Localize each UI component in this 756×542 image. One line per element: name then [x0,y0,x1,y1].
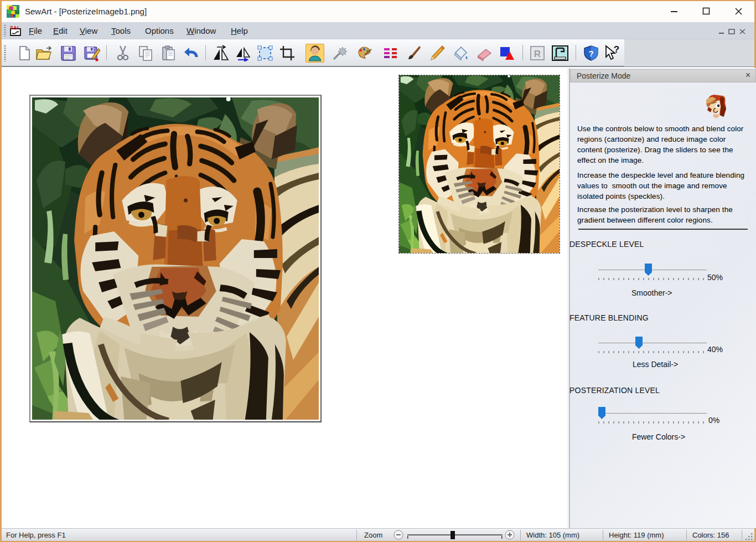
svg-text:?: ? [588,49,593,58]
svg-text:R: R [534,49,541,59]
svg-text:SAr: SAr [10,25,19,30]
svg-text:?: ? [614,45,619,55]
